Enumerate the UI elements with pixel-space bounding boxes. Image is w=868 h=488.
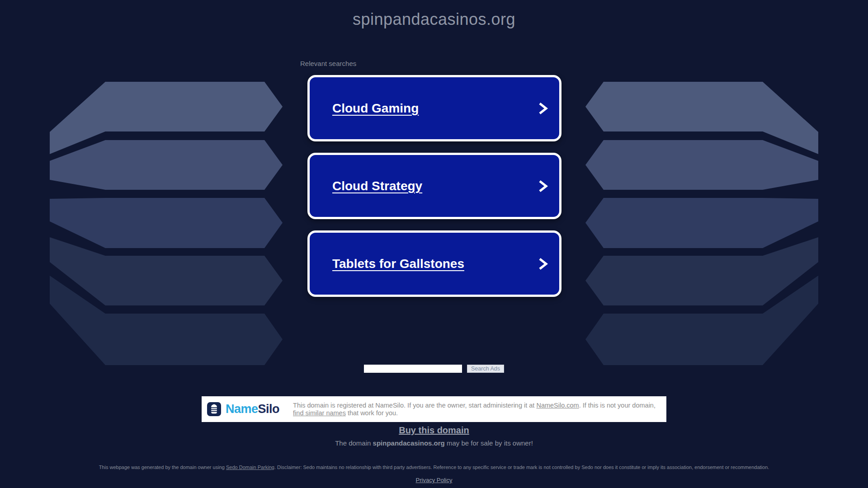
namesilo-wordmark-name: Name [226,402,258,416]
registrar-message-line2: find similar names that work for you. [293,409,656,417]
registrar-message-text: that work for you. [346,409,398,417]
namesilo-wordmark-silo: Silo [258,402,280,416]
decor-band [50,140,283,190]
related-link-card[interactable]: Cloud Strategy [307,153,561,219]
related-link[interactable]: Cloud Gaming [332,101,419,116]
chevron-right-icon [535,178,549,194]
related-link[interactable]: Tablets for Gallstones [332,257,464,271]
disclaimer-text: This webpage was generated by the domain… [99,465,226,470]
privacy-policy-link[interactable]: Privacy Policy [416,477,453,483]
related-link-card[interactable]: Tablets for Gallstones [307,230,561,297]
buy-this-domain-link[interactable]: Buy this domain [399,425,469,435]
for-sale-text: The domain [335,439,373,447]
namesilo-logo[interactable]: NameSilo [207,402,279,416]
related-link-card[interactable]: Cloud Gaming [307,75,561,141]
privacy-row: Privacy Policy [0,476,868,484]
sedo-domain-parking-link[interactable]: Sedo Domain Parking [226,465,274,470]
relevant-searches-label: Relevant searches [300,60,356,67]
decor-fan-right [585,82,818,365]
namesilo-silo-icon [207,402,221,416]
buy-domain-row: Buy this domain [0,425,868,436]
search-input[interactable] [364,365,462,373]
related-link[interactable]: Cloud Strategy [332,179,422,193]
search-ads-button[interactable]: Search Ads [467,365,504,373]
chevron-right-icon [535,101,549,116]
for-sale-text: may be for sale by its owner! [445,439,533,447]
sedo-disclaimer: This webpage was generated by the domain… [0,465,868,470]
for-sale-line: The domain spinpandacasinos.org may be f… [0,439,868,447]
decor-fan-left [50,82,283,365]
namesilo-wordmark: NameSilo [226,402,279,416]
registrar-message-line1: This domain is registered at NameSilo. I… [293,402,656,409]
decor-band [50,198,283,248]
namesilo-com-link[interactable]: NameSilo.com [536,402,579,409]
related-links-list: Cloud Gaming Cloud Strategy Tablets for … [307,75,561,297]
find-similar-names-link[interactable]: find similar names [293,409,346,417]
registrar-message: This domain is registered at NameSilo. I… [293,402,656,417]
registrar-message-text: This domain is registered at NameSilo. I… [293,402,536,409]
page-title: spinpandacasinos.org [0,10,868,29]
for-sale-domain: spinpandacasinos.org [373,439,445,447]
disclaimer-text: . Disclaimer: Sedo maintains no relation… [274,465,769,470]
registrar-banner: NameSilo This domain is registered at Na… [202,396,666,422]
search-ads-bar: Search Ads [0,365,868,373]
registrar-message-text: . If this is not your domain, [579,402,656,409]
chevron-right-icon [535,256,549,272]
